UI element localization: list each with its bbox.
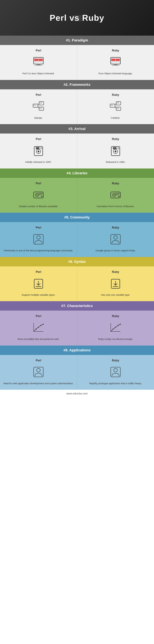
ruby-icon-libraries bbox=[108, 188, 123, 202]
perl-col-syntax: Perl Support multiple variable types. bbox=[0, 266, 77, 301]
comparison-row-paradigm: Perl Perl 5 is less Object-Oriented. Rub… bbox=[0, 45, 154, 80]
svg-rect-23 bbox=[33, 104, 36, 106]
svg-point-47 bbox=[118, 148, 119, 149]
ruby-col-syntax: Ruby Has only one variable type. bbox=[77, 266, 154, 301]
perl-col-frameworks: Perl Django. bbox=[0, 89, 77, 124]
ruby-desc-arrival: Released in 1994. bbox=[106, 160, 125, 164]
svg-rect-7 bbox=[39, 58, 43, 61]
svg-point-45 bbox=[115, 150, 116, 152]
ruby-title-syntax: Ruby bbox=[112, 270, 119, 274]
section-paradigm: #1. Paradigm Perl Perl 5 is less Object-… bbox=[0, 36, 154, 80]
ruby-desc-applications: Rapidly prototype application that is tr… bbox=[89, 382, 142, 385]
svg-point-54 bbox=[36, 194, 38, 196]
perl-col-characteristics: Perl Runs incredibly fast and performs w… bbox=[0, 310, 77, 346]
svg-rect-32 bbox=[117, 102, 119, 104]
svg-rect-16 bbox=[114, 64, 117, 65]
perl-title-arrival: Perl bbox=[36, 138, 41, 141]
ruby-col-applications: Ruby Rapidly prototype application that … bbox=[77, 355, 154, 390]
svg-rect-17 bbox=[112, 65, 119, 66]
section-libraries: #4. Libraries Perl Sizable number of lib… bbox=[0, 168, 154, 213]
ruby-icon-community bbox=[108, 232, 123, 246]
ruby-desc-paradigm: Pure Object-Oriented language. bbox=[98, 72, 133, 76]
perl-col-libraries: Perl Sizable number of libraries availab… bbox=[0, 178, 77, 213]
svg-rect-52 bbox=[34, 192, 43, 198]
perl-title-characteristics: Perl bbox=[36, 314, 41, 318]
svg-point-79 bbox=[38, 326, 39, 328]
section-header-community: #5. Community bbox=[0, 213, 154, 222]
perl-desc-libraries: Sizable number of libraries available. bbox=[19, 204, 58, 208]
perl-icon-paradigm bbox=[31, 55, 46, 70]
perl-icon-community bbox=[31, 232, 46, 246]
ruby-desc-community: Google group or forum support Ruby. bbox=[96, 249, 136, 252]
ruby-title-paradigm: Ruby bbox=[112, 49, 119, 52]
ruby-title-frameworks: Ruby bbox=[112, 93, 119, 96]
perl-desc-arrival: Initially released in 1987. bbox=[25, 160, 52, 164]
svg-point-89 bbox=[37, 368, 40, 372]
perl-desc-applications: Ideal for web application development an… bbox=[3, 382, 73, 385]
svg-point-87 bbox=[120, 324, 121, 325]
svg-rect-33 bbox=[117, 108, 119, 109]
svg-line-30 bbox=[115, 106, 116, 109]
ruby-icon-applications bbox=[108, 365, 123, 380]
ruby-icon-paradigm bbox=[108, 55, 123, 70]
svg-point-61 bbox=[114, 194, 115, 196]
svg-line-22 bbox=[38, 106, 39, 109]
ruby-desc-frameworks: Catalyst. bbox=[111, 116, 120, 120]
footer-text: www.educba.com bbox=[66, 392, 88, 395]
perl-col-community: Perl Perlmonks is one of the best progra… bbox=[0, 222, 77, 257]
ruby-col-libraries: Ruby Overtaken Perl in terms of librarie… bbox=[77, 178, 154, 213]
perl-desc-frameworks: Django. bbox=[34, 116, 43, 120]
ruby-col-characteristics: Ruby Ruby scripts run decent enough. bbox=[77, 310, 154, 346]
svg-point-67 bbox=[37, 236, 40, 240]
svg-rect-8 bbox=[34, 61, 43, 62]
svg-point-80 bbox=[40, 325, 41, 326]
perl-icon-arrival bbox=[31, 144, 46, 158]
svg-rect-59 bbox=[111, 192, 120, 198]
comparison-row-applications: Perl Ideal for web application developme… bbox=[0, 355, 154, 390]
perl-icon-libraries bbox=[31, 188, 46, 202]
svg-rect-10 bbox=[35, 65, 42, 66]
svg-point-86 bbox=[118, 325, 119, 326]
perl-icon-frameworks bbox=[31, 99, 46, 114]
sections-container: #1. Paradigm Perl Perl 5 is less Object-… bbox=[0, 36, 154, 390]
perl-title-syntax: Perl bbox=[36, 270, 41, 274]
perl-title-paradigm: Perl bbox=[36, 49, 41, 52]
comparison-row-libraries: Perl Sizable number of libraries availab… bbox=[0, 178, 154, 213]
ruby-desc-syntax: Has only one variable type. bbox=[101, 293, 130, 297]
svg-rect-6 bbox=[34, 58, 38, 61]
ruby-icon-arrival bbox=[108, 144, 123, 158]
perl-title-community: Perl bbox=[36, 226, 41, 229]
section-frameworks: #2. Frameworks Perl Django. Ruby bbox=[0, 80, 154, 124]
footer: www.educba.com bbox=[0, 390, 154, 398]
ruby-icon-frameworks bbox=[108, 99, 123, 114]
ruby-icon-characteristics bbox=[108, 320, 123, 335]
svg-rect-24 bbox=[40, 102, 42, 104]
section-header-characteristics: #7. Characteristics bbox=[0, 301, 154, 310]
ruby-title-arrival: Ruby bbox=[112, 138, 119, 141]
svg-point-58 bbox=[41, 196, 43, 197]
comparison-row-frameworks: Perl Django. Ruby bbox=[0, 89, 154, 124]
section-header-paradigm: #1. Paradigm bbox=[0, 36, 154, 45]
section-applications: #8. Applications Perl Ideal for web appl… bbox=[0, 346, 154, 390]
ruby-col-arrival: Ruby Released in 1994. bbox=[77, 134, 154, 168]
perl-title-frameworks: Perl bbox=[36, 93, 41, 96]
svg-rect-14 bbox=[116, 58, 120, 61]
section-header-syntax: #6. Syntax bbox=[0, 257, 154, 266]
ruby-col-community: Ruby Google group or forum support Ruby. bbox=[77, 222, 154, 257]
svg-rect-13 bbox=[111, 58, 115, 61]
svg-rect-15 bbox=[111, 61, 120, 62]
svg-rect-9 bbox=[37, 64, 40, 65]
ruby-col-paradigm: Ruby Pure Object-Oriented language. bbox=[77, 45, 154, 80]
svg-rect-25 bbox=[40, 108, 42, 109]
section-community: #5. Community Perl Perlmonks is one of t… bbox=[0, 213, 154, 257]
svg-point-84 bbox=[113, 328, 114, 330]
perl-col-paradigm: Perl Perl 5 is less Object-Oriented. bbox=[0, 45, 77, 80]
perl-icon-characteristics bbox=[31, 320, 46, 335]
svg-point-91 bbox=[114, 368, 117, 372]
perl-icon-syntax bbox=[31, 276, 46, 291]
section-header-frameworks: #2. Frameworks bbox=[0, 80, 154, 89]
ruby-icon-syntax bbox=[108, 276, 123, 291]
svg-point-38 bbox=[41, 148, 42, 149]
perl-desc-paradigm: Perl 5 is less Object-Oriented. bbox=[22, 72, 55, 76]
comparison-row-arrival: Perl Initially released in 1987. Ruby bbox=[0, 134, 154, 168]
